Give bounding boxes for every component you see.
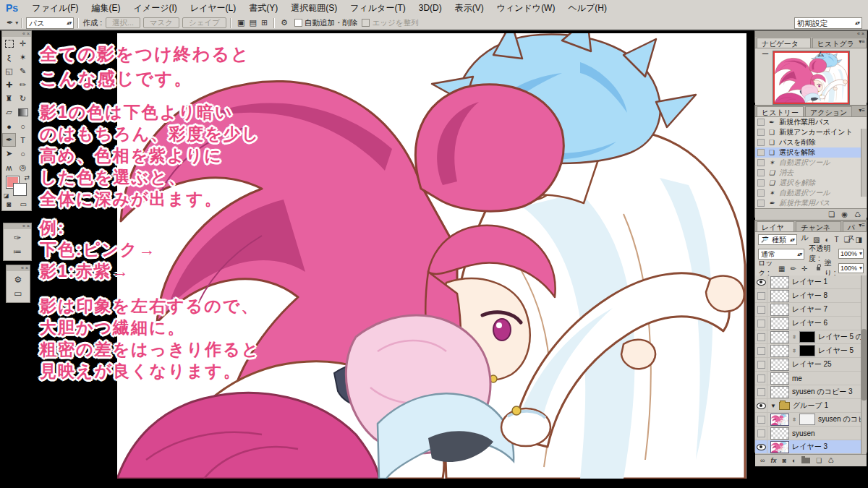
layer-thumbnail[interactable] xyxy=(770,372,789,385)
visibility-eye-icon[interactable] xyxy=(757,403,766,409)
tab-navigator[interactable]: ナビゲーター xyxy=(757,38,811,48)
layer-row[interactable]: レイヤー 1 xyxy=(755,275,867,289)
eyedropper-tool[interactable]: ✎ xyxy=(16,64,30,78)
tab-channels[interactable]: チャンネル xyxy=(796,221,841,231)
brush-presets-icon[interactable]: ✑ xyxy=(14,233,21,243)
layer-thumbnail[interactable] xyxy=(770,317,789,330)
history-step-undone[interactable]: ✶自動選択ツール xyxy=(755,158,867,168)
history-step-undone[interactable]: ❏消去 xyxy=(755,168,867,178)
layer-row[interactable]: me xyxy=(755,372,867,385)
panel-menu-icon[interactable]: ▾≡ xyxy=(859,38,865,45)
visibility-toggle[interactable] xyxy=(757,333,765,341)
visibility-toggle[interactable] xyxy=(757,416,765,424)
layer-thumbnail[interactable] xyxy=(770,427,789,440)
path-arrange-icon[interactable]: ⊞ xyxy=(259,18,270,27)
lasso-tool[interactable]: ξ xyxy=(2,51,16,64)
layer-thumbnail[interactable] xyxy=(770,304,789,316)
path-selection-tool[interactable]: ➤ xyxy=(2,147,16,160)
brush-settings-icon[interactable]: ≔ xyxy=(13,247,22,257)
tab-history[interactable]: ヒストリー xyxy=(757,106,804,116)
menu-3d[interactable]: 3D(D) xyxy=(412,1,448,14)
background-color-swatch[interactable] xyxy=(13,183,27,196)
layers-scrollbar[interactable] xyxy=(861,275,867,454)
rectangular-marquee-tool[interactable] xyxy=(2,37,16,51)
layer-thumbnail[interactable] xyxy=(770,359,789,371)
add-layer-mask-icon[interactable]: ◙ xyxy=(782,457,786,464)
history-brush-tool[interactable]: ↻ xyxy=(16,92,30,106)
move-tool[interactable]: ✛ xyxy=(16,37,30,51)
layer-mask-thumbnail[interactable] xyxy=(799,345,815,356)
dodge-tool[interactable]: ○ xyxy=(16,119,30,133)
gear-icon[interactable]: ⚙ xyxy=(278,18,290,27)
layer-row-selected[interactable]: レイヤー 3 xyxy=(755,440,867,454)
panel-menu-icon[interactable]: ▾≡ xyxy=(859,222,865,228)
new-snapshot-icon[interactable]: ◉ xyxy=(841,210,848,218)
quick-mask-button[interactable]: ◙ xyxy=(7,200,11,208)
auto-add-delete-checkbox[interactable] xyxy=(294,19,302,27)
layer-row[interactable]: レイヤー 8 xyxy=(755,289,867,303)
layer-thumbnail[interactable] xyxy=(770,290,789,302)
menu-filter[interactable]: フィルター(T) xyxy=(344,1,412,16)
history-step[interactable]: ❏新規アンカーポイント xyxy=(755,127,867,137)
hand-tool[interactable]: ʍ xyxy=(2,160,16,174)
visibility-eye-icon[interactable] xyxy=(757,444,766,450)
layer-row[interactable]: syusen xyxy=(755,427,867,440)
tab-layers[interactable]: レイヤー xyxy=(757,221,794,231)
new-group-icon[interactable] xyxy=(801,458,810,463)
minipanel-collapse-bar[interactable]: « × xyxy=(7,265,30,271)
default-colors-icon[interactable]: ◪ xyxy=(4,192,9,199)
layer-thumbnail[interactable] xyxy=(770,414,789,426)
gradient-tool[interactable] xyxy=(16,106,30,119)
adjustment-layer-icon[interactable]: ◐ xyxy=(792,457,796,464)
delete-layer-icon[interactable]: ♺ xyxy=(827,457,833,464)
opacity-field[interactable]: 100%▾ xyxy=(838,249,864,259)
zoom-tool[interactable]: ◎ xyxy=(16,160,30,174)
panel-menu-icon[interactable]: ▾≡ xyxy=(859,107,865,114)
visibility-toggle[interactable] xyxy=(757,292,765,300)
menu-window[interactable]: ウィンドウ(W) xyxy=(490,1,562,16)
crop-tool[interactable]: ◱ xyxy=(2,64,16,78)
filter-smart-object-icon[interactable]: ◨ xyxy=(854,236,864,244)
history-step[interactable]: ❏パスを削除 xyxy=(755,137,867,147)
blur-tool[interactable]: ● xyxy=(2,119,16,133)
pen-tool[interactable]: ✒ xyxy=(2,133,16,147)
menu-select[interactable]: 選択範囲(S) xyxy=(284,1,344,16)
toolbox-collapse-bar[interactable]: « × xyxy=(2,31,31,37)
workspace-select[interactable]: 初期設定▴▾ xyxy=(794,17,862,29)
menu-file[interactable]: ファイル(F) xyxy=(25,1,85,16)
history-scrollbar[interactable] xyxy=(861,129,867,197)
visibility-toggle[interactable] xyxy=(757,361,765,369)
visibility-toggle[interactable] xyxy=(757,429,765,437)
align-edges-checkbox[interactable] xyxy=(362,19,370,27)
pen-tool-icon[interactable]: ✒ xyxy=(4,18,15,27)
new-layer-icon[interactable]: ❏ xyxy=(816,457,822,464)
make-selection-button[interactable]: 選択... xyxy=(106,17,140,28)
layer-group-row[interactable]: ▼グループ 1 xyxy=(755,399,867,413)
layer-row[interactable]: ∞syusen のコピー xyxy=(755,413,867,427)
healing-brush-tool[interactable]: ✚ xyxy=(2,78,16,92)
type-tool[interactable]: T xyxy=(16,133,30,147)
menu-type[interactable]: 書式(Y) xyxy=(242,1,284,16)
layer-row[interactable]: レイヤー 7 xyxy=(755,303,867,317)
history-step-current[interactable]: ❏選択を解除 xyxy=(755,147,867,158)
visibility-toggle[interactable] xyxy=(757,388,765,396)
document-canvas[interactable] xyxy=(117,33,746,479)
group-expand-arrow[interactable]: ▼ xyxy=(770,403,776,409)
tab-actions[interactable]: アクション xyxy=(805,106,852,116)
delete-state-icon[interactable]: ♺ xyxy=(854,210,861,218)
history-step-undone[interactable]: ✶自動選択ツール xyxy=(755,188,867,198)
visibility-toggle[interactable] xyxy=(757,306,765,314)
lock-pixels-icon[interactable]: ✏ xyxy=(788,265,797,273)
link-layers-icon[interactable]: ∞ xyxy=(760,457,765,464)
magic-wand-tool[interactable]: ✶ xyxy=(16,51,30,64)
make-mask-button[interactable]: マスク xyxy=(143,17,179,28)
layer-row[interactable]: ∞レイヤー 5 の... xyxy=(755,330,867,344)
shape-tool[interactable]: ○ xyxy=(16,147,30,160)
layer-thumbnail[interactable] xyxy=(770,345,789,357)
visibility-toggle[interactable] xyxy=(757,320,765,328)
layer-thumbnail[interactable] xyxy=(770,331,789,343)
menu-image[interactable]: イメージ(I) xyxy=(127,1,184,16)
clone-source-icon[interactable]: ⚙ xyxy=(14,275,22,285)
brush-tool[interactable]: ✏ xyxy=(16,78,30,92)
filter-pixel-layers-icon[interactable]: ▨ xyxy=(812,236,821,244)
